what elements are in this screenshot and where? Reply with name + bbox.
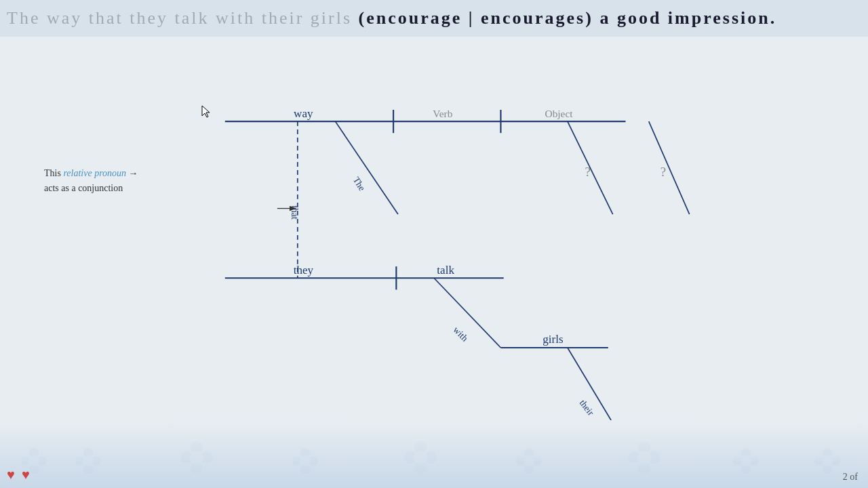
heart-icons-area: ♥ ♥ — [7, 467, 30, 483]
label-talk: talk — [437, 264, 454, 277]
label-q2: ? — [660, 165, 666, 179]
sentence-gray-part: The way that they talk with their girls — [7, 8, 352, 28]
heart-icon-2[interactable]: ♥ — [22, 467, 30, 483]
svg-point-57 — [822, 455, 833, 466]
svg-point-32 — [300, 455, 311, 466]
svg-point-47 — [637, 451, 651, 464]
annotation-line2: acts as a conjunction — [44, 181, 138, 196]
svg-point-52 — [741, 455, 751, 466]
heart-icon-1[interactable]: ♥ — [7, 467, 15, 483]
bg-flowers — [0, 434, 868, 488]
annotation-line1: This relative pronoun → — [44, 166, 138, 181]
svg-line-5 — [649, 121, 690, 214]
svg-line-3 — [335, 121, 397, 214]
svg-point-27 — [190, 451, 203, 464]
label-object: Object — [545, 108, 574, 119]
label-with: with — [451, 325, 470, 344]
label-they: they — [294, 264, 314, 277]
annotation-box: This relative pronoun → acts as a conjun… — [44, 166, 138, 197]
page-number: 2 of — [843, 472, 858, 483]
label-way: way — [294, 107, 313, 120]
diagram-area: way Verb Object The ? ? that — [0, 37, 868, 420]
label-q1: ? — [585, 165, 591, 179]
svg-point-17 — [28, 455, 39, 466]
sentence-black-part: (encourage | encourages) a good impressi… — [359, 8, 777, 28]
sentence-bar: The way that they talk with their girls … — [0, 0, 868, 37]
label-verb: Verb — [433, 108, 452, 119]
svg-point-22 — [83, 455, 94, 466]
label-girls: girls — [542, 333, 564, 346]
label-their: their — [578, 398, 597, 418]
label-that: that — [290, 205, 300, 220]
label-the-article: The — [351, 175, 368, 192]
svg-point-37 — [414, 451, 427, 464]
relative-pronoun-label: relative pronoun — [63, 168, 126, 178]
svg-point-42 — [524, 455, 534, 466]
